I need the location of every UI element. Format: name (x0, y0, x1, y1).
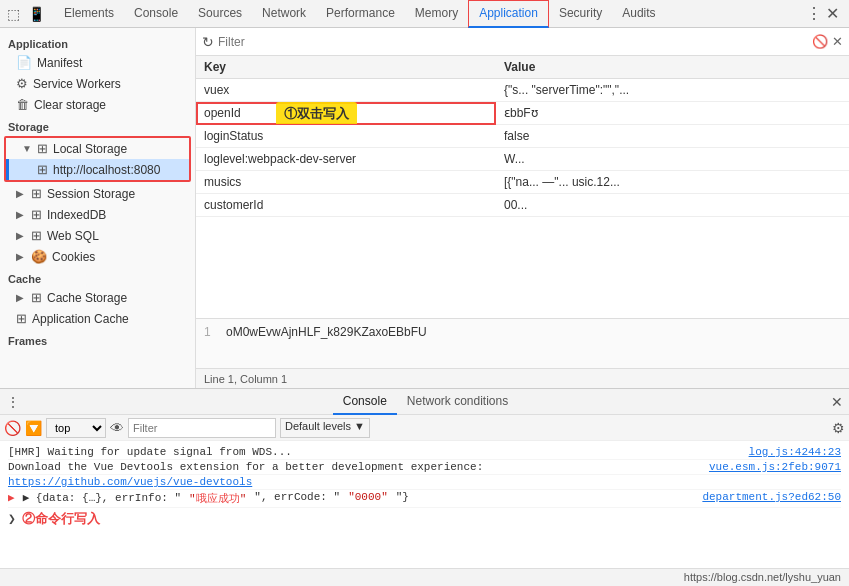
console-settings-icon[interactable]: ⚙ (832, 420, 845, 436)
sidebar-item-service-workers[interactable]: ⚙ Service Workers (0, 73, 195, 94)
sidebar-item-web-sql[interactable]: ▶ ⊞ Web SQL (0, 225, 195, 246)
tab-security[interactable]: Security (549, 0, 612, 28)
tab-console-panel[interactable]: Console (333, 389, 397, 415)
eye-icon[interactable]: 👁 (110, 420, 124, 436)
default-levels-dropdown[interactable]: Default levels ▼ (280, 418, 370, 438)
error-code-val: "0000" (348, 491, 388, 503)
filter-bar: ↻ 🚫 ✕ (196, 28, 849, 56)
val-cell: false (496, 125, 849, 148)
console-tab-icons: ⋮ (6, 394, 20, 410)
expand-local-storage-arrow[interactable]: ▼ (22, 143, 32, 154)
console-filter-icon[interactable]: 🔽 (25, 420, 42, 436)
indexeddb-icon: ⊞ (31, 207, 42, 222)
table-row-openid[interactable]: openId ①双击写入 ɛbbFʊ (196, 102, 849, 125)
expand-session-arrow[interactable]: ▶ (16, 188, 26, 199)
inspect-icon[interactable]: ⬚ (4, 4, 23, 24)
annotation-cmd: ②命令行写入 (22, 510, 100, 528)
tab-memory[interactable]: Memory (405, 0, 468, 28)
key-cell: loglevel:webpack-dev-server (196, 148, 496, 171)
tab-console[interactable]: Console (124, 0, 188, 28)
vue-devtools-src[interactable]: vue.esm.js:2feb:9071 (709, 461, 841, 473)
col-header-key: Key (196, 56, 496, 79)
table-row[interactable]: loglevel:webpack-dev-server W... (196, 148, 849, 171)
val-cell: 00... (496, 194, 849, 217)
web-sql-icon: ⊞ (31, 228, 42, 243)
console-menu-icon[interactable]: ⋮ (6, 394, 20, 410)
sidebar-item-session-storage[interactable]: ▶ ⊞ Session Storage (0, 183, 195, 204)
val-cell: W... (496, 148, 849, 171)
storage-table-wrapper: Key Value vuex {"s... "serverTime":"",".… (196, 56, 849, 318)
cookies-icon: 🍪 (31, 249, 47, 264)
console-tabs: ⋮ Console Network conditions ✕ (0, 389, 849, 415)
error-src[interactable]: department.js?ed62:50 (702, 491, 841, 503)
tab-network[interactable]: Network (252, 0, 316, 28)
hmr-text: [HMR] Waiting for update signal from WDS… (8, 446, 292, 458)
error-info-val: "哦应成功" (189, 491, 246, 506)
expand-websql-arrow[interactable]: ▶ (16, 230, 26, 241)
sidebar-item-manifest[interactable]: 📄 Manifest (0, 52, 195, 73)
console-line-vue-link: https://github.com/vuejs/vue-devtools (8, 475, 841, 490)
table-row[interactable]: vuex {"s... "serverTime":"","... (196, 79, 849, 102)
sidebar-item-clear-storage[interactable]: 🗑 Clear storage (0, 94, 195, 115)
vue-devtools-link[interactable]: https://github.com/vuejs/vue-devtools (8, 476, 252, 488)
err-code: 0000 (355, 491, 381, 503)
tab-audits[interactable]: Audits (612, 0, 665, 28)
more-options-icon[interactable]: ⋮ (806, 4, 822, 23)
tab-performance[interactable]: Performance (316, 0, 405, 28)
console-prompt[interactable]: ❯ ②命令行写入 (8, 508, 841, 530)
table-row[interactable]: customerId 00... (196, 194, 849, 217)
sidebar-item-cookies[interactable]: ▶ 🍪 Cookies (0, 246, 195, 267)
value-editor[interactable]: 1 oM0wEvwAjnHLF_k829KZaxoEBbFU (196, 318, 849, 368)
status-bar: Line 1, Column 1 (196, 368, 849, 388)
console-context-select[interactable]: top (46, 418, 106, 438)
expand-indexeddb-arrow[interactable]: ▶ (16, 209, 26, 220)
openid-val-cell: ɛbbFʊ (496, 102, 849, 125)
console-section: ⋮ Console Network conditions ✕ 🚫 🔽 top 👁… (0, 388, 849, 568)
sidebar-item-indexeddb[interactable]: ▶ ⊞ IndexedDB (0, 204, 195, 225)
table-row[interactable]: loginStatus false (196, 125, 849, 148)
expand-cookies-arrow[interactable]: ▶ (16, 251, 26, 262)
app-cache-icon: ⊞ (16, 311, 27, 326)
col-header-value: Value (496, 56, 849, 79)
hmr-src[interactable]: log.js:4244:23 (749, 446, 841, 458)
console-toolbar: 🚫 🔽 top 👁 Default levels ▼ ⚙ (0, 415, 849, 441)
vue-devtools-text: Download the Vue Devtools extension for … (8, 461, 483, 473)
key-cell: musics (196, 171, 496, 194)
filter-close-icon[interactable]: ✕ (832, 34, 843, 49)
annotation-double-click: ①双击写入 (276, 102, 357, 125)
storage-table: Key Value vuex {"s... "serverTime":"",".… (196, 56, 849, 217)
tab-application[interactable]: Application (468, 0, 549, 28)
tab-network-conditions[interactable]: Network conditions (397, 389, 518, 415)
console-output: [HMR] Waiting for update signal from WDS… (0, 441, 849, 568)
close-devtools-icon[interactable]: ✕ (826, 4, 839, 23)
tab-sources[interactable]: Sources (188, 0, 252, 28)
close-console-icon[interactable]: ✕ (831, 394, 843, 410)
clear-storage-icon: 🗑 (16, 97, 29, 112)
sidebar-item-app-cache[interactable]: ⊞ Application Cache (0, 308, 195, 329)
console-line-hmr: [HMR] Waiting for update signal from WDS… (8, 445, 841, 460)
sidebar-item-local-storage[interactable]: ▼ ⊞ Local Storage (6, 138, 189, 159)
console-filter-input[interactable] (128, 418, 276, 438)
key-cell: customerId (196, 194, 496, 217)
filter-input[interactable] (218, 35, 808, 49)
refresh-icon[interactable]: ↻ (202, 34, 214, 50)
console-line-vue: Download the Vue Devtools extension for … (8, 460, 841, 475)
error-text-end: "} (396, 491, 409, 503)
cache-storage-icon: ⊞ (31, 290, 42, 305)
tab-elements[interactable]: Elements (54, 0, 124, 28)
table-row[interactable]: musics [{"na... —"... usic.12... (196, 171, 849, 194)
prompt-arrow: ❯ (8, 511, 16, 527)
manifest-icon: 📄 (16, 55, 32, 70)
error-text-pre: ▶ {data: {…}, errInfo: " (23, 491, 181, 504)
toolbar-end: ⋮ ✕ (800, 4, 845, 23)
sidebar-item-localhost[interactable]: ⊞ http://localhost:8080 (6, 159, 189, 180)
filter-clear-icon[interactable]: 🚫 (812, 34, 828, 49)
console-clear-icon[interactable]: 🚫 (4, 420, 21, 436)
filter-icons: 🚫 ✕ (812, 34, 843, 49)
sidebar-item-cache-storage[interactable]: ▶ ⊞ Cache Storage (0, 287, 195, 308)
sidebar: Application 📄 Manifest ⚙ Service Workers… (0, 28, 196, 388)
sidebar-section-storage: Storage (0, 115, 195, 135)
expand-cache-arrow[interactable]: ▶ (16, 292, 26, 303)
device-icon[interactable]: 📱 (25, 4, 48, 24)
service-workers-icon: ⚙ (16, 76, 28, 91)
